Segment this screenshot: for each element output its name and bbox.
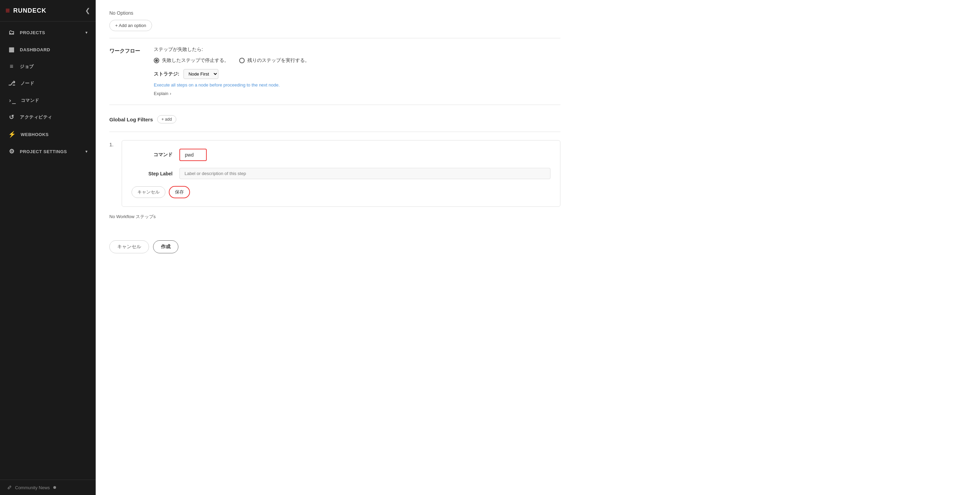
projects-icon: 🗂 [8,29,15,36]
step-number: 1. [109,140,116,207]
radio-stop-outer [154,58,159,63]
webhooks-icon: ⚡ [8,131,16,138]
step-save-button[interactable]: 保存 [169,186,190,198]
sidebar-item-label: ジョブ [20,64,34,70]
radio-stop-inner [155,59,158,62]
workflow-label: ワークフロー [109,46,143,96]
explain-link[interactable]: Explain › [154,91,171,96]
no-options-label: No Options [109,10,560,16]
community-news-label: Community News [15,485,50,490]
radio-continue[interactable]: 残りのステップを実行する。 [239,57,310,64]
add-option-button[interactable]: + Add an option [109,20,152,31]
radio-group: 失敗したステップで停止する。 残りのステップを実行する。 [154,57,560,64]
step-cancel-button[interactable]: キャンセル [132,186,165,198]
community-news-icon: 🗞 [7,485,12,490]
sidebar-item-jobs[interactable]: ≡ ジョブ [0,58,95,75]
sidebar-item-label: ノード [21,80,35,86]
command-label: コマンド [132,152,173,158]
rundeck-logo-icon: ≡ [5,6,10,15]
workflow-content: ステップが失敗したら: 失敗したステップで停止する。 残りのステップを実行する。 [154,46,560,96]
sidebar-item-label: WEBHOOKS [21,132,49,137]
sidebar-item-label: アクティビティ [20,114,52,120]
project-settings-arrow-icon: ▾ [86,150,88,154]
workflow-section: ワークフロー ステップが失敗したら: 失敗したステップで停止する。 残りのステッ… [109,46,560,105]
sidebar-item-label: DASHBOARD [20,47,50,52]
sidebar-item-label: PROJECT SETTINGS [20,149,67,154]
step-card: コマンド pwd Step Label キャンセル 保存 [122,140,560,207]
step-actions: キャンセル 保存 [132,186,550,198]
explain-label: Explain [154,91,169,96]
explain-arrow-icon: › [170,91,171,96]
sidebar-toggle-button[interactable]: ❮ [85,7,90,14]
sidebar-item-dashboard[interactable]: ▦ DASHBOARD [0,41,95,58]
sidebar-item-commands[interactable]: ›_ コマンド [0,92,95,109]
community-news-dot [53,486,56,489]
bottom-cancel-button[interactable]: キャンセル [109,240,149,253]
sidebar-nav: 🗂 PROJECTS ▾ ▦ DASHBOARD ≡ ジョブ ⎇ ノード ›_ … [0,22,95,480]
sidebar-item-project-settings[interactable]: ⚙ PROJECT SETTINGS ▾ [0,143,95,160]
jobs-icon: ≡ [8,63,15,70]
sidebar-footer: 🗞 Community News [0,480,95,495]
step-container: 1. コマンド pwd Step Label キャンセル 保存 [109,140,560,207]
bottom-create-button[interactable]: 作成 [153,240,178,253]
step-label-row: Step Label [132,168,550,179]
log-filters-section: Global Log Filters + add [109,115,560,132]
project-settings-icon: ⚙ [8,148,15,155]
strategy-label: ストラテジ: [154,71,180,77]
strategy-select[interactable]: Node First [183,69,218,79]
step-command-value: pwd [180,149,207,161]
main-content: No Options + Add an option ワークフロー ステップが失… [95,0,980,495]
radio-continue-outer [239,58,245,63]
sidebar: ≡ RUNDECK ❮ 🗂 PROJECTS ▾ ▦ DASHBOARD ≡ ジ… [0,0,95,495]
commands-icon: ›_ [8,97,16,104]
sidebar-item-label: コマンド [21,97,39,103]
nodes-icon: ⎇ [8,80,16,87]
app-name: RUNDECK [13,7,46,14]
log-filters-add-button[interactable]: + add [157,115,176,123]
projects-arrow-icon: ▾ [86,30,88,35]
strategy-row: ストラテジ: Node First [154,69,560,79]
radio-continue-label: 残りのステップを実行する。 [247,57,310,64]
sidebar-logo: ≡ RUNDECK [5,6,46,15]
step-fail-title: ステップが失敗したら: [154,46,560,53]
radio-stop[interactable]: 失敗したステップで停止する。 [154,57,229,64]
no-workflow-label: No Workflow ステップs [109,214,560,220]
strategy-desc: Execute all steps on a node before proce… [154,83,560,88]
log-filters-label: Global Log Filters [109,116,153,123]
no-options-section: No Options + Add an option [109,7,560,38]
sidebar-header: ≡ RUNDECK ❮ [0,0,95,22]
step-command-row: コマンド pwd [132,149,550,161]
step-label-field-label: Step Label [132,171,173,177]
step-label-input[interactable] [180,168,550,179]
sidebar-item-nodes[interactable]: ⎇ ノード [0,75,95,92]
sidebar-item-activity[interactable]: ↺ アクティビティ [0,109,95,126]
activity-icon: ↺ [8,113,15,121]
dashboard-icon: ▦ [8,46,15,53]
sidebar-item-label: PROJECTS [20,30,45,35]
bottom-actions: キャンセル 作成 [109,234,560,260]
sidebar-item-projects[interactable]: 🗂 PROJECTS ▾ [0,24,95,41]
radio-stop-label: 失敗したステップで停止する。 [162,57,229,64]
sidebar-item-webhooks[interactable]: ⚡ WEBHOOKS [0,126,95,143]
